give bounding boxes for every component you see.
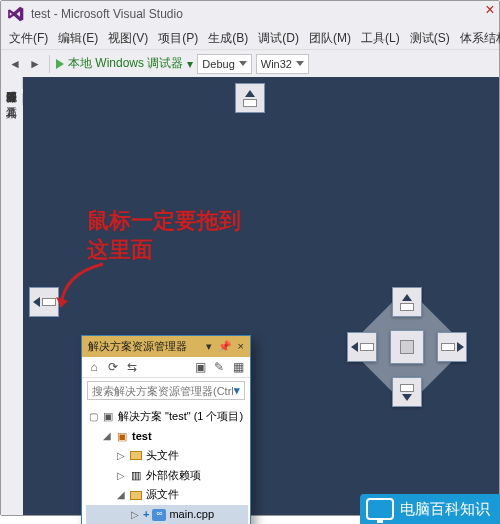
- project-icon: ▣: [115, 430, 129, 442]
- panel-dropdown-icon[interactable]: ▾: [206, 340, 212, 353]
- folder-headers-label: 头文件: [146, 447, 179, 465]
- folder-external-label: 外部依赖项: [146, 467, 201, 485]
- tree-folder-external[interactable]: ▷ ▥ 外部依赖项: [86, 466, 248, 486]
- play-icon: [56, 59, 64, 69]
- nav-back-icon[interactable]: ◄: [7, 56, 23, 72]
- run-button[interactable]: 本地 Windows 调试器 ▾: [56, 55, 193, 72]
- folder-sources-label: 源文件: [146, 486, 179, 504]
- vtab-server-explorer[interactable]: 服务器资源管理器: [1, 77, 23, 89]
- tree-file-main[interactable]: ▷ + ∞ main.cpp: [86, 505, 248, 524]
- arrow-down-icon: [402, 394, 412, 401]
- titlebar: test - Microsoft Visual Studio: [1, 1, 499, 27]
- solution-label: 解决方案 "test" (1 个项目): [118, 408, 243, 426]
- workspace: 服务器资源管理器 工具箱: [1, 77, 499, 515]
- arrow-right-icon: [457, 342, 464, 352]
- tree-folder-headers[interactable]: ▷ 头文件: [86, 446, 248, 466]
- arrow-up-icon: [402, 294, 412, 301]
- toolbar-separator: [49, 55, 50, 73]
- arrow-up-icon: [245, 90, 255, 97]
- menu-test[interactable]: 测试(S): [406, 28, 454, 49]
- solution-explorer-panel[interactable]: 解决方案资源管理器 ▾ 📌 × ⌂ ⟳ ⇆ ▣ ✎ ▦ ▾: [81, 335, 251, 524]
- menu-architecture[interactable]: 体系结构(C): [456, 28, 500, 49]
- run-label: 本地 Windows 调试器: [68, 55, 183, 72]
- dock-target-left[interactable]: [347, 332, 377, 362]
- annotation-text: 鼠标一定要拖到 这里面: [87, 207, 241, 264]
- window-title: test - Microsoft Visual Studio: [31, 7, 183, 21]
- expander-open-icon[interactable]: ◢: [102, 428, 112, 444]
- config-dropdown[interactable]: Debug: [197, 54, 251, 74]
- arrow-left-icon: [351, 342, 358, 352]
- dock-target-down[interactable]: [392, 377, 422, 407]
- folder-icon: [130, 451, 142, 460]
- menu-edit[interactable]: 编辑(E): [54, 28, 102, 49]
- show-all-icon[interactable]: ▦: [231, 360, 245, 374]
- collapse-icon[interactable]: ▣: [193, 360, 207, 374]
- toolbar: ◄ ► 本地 Windows 调试器 ▾ Debug Win32: [1, 49, 499, 77]
- refresh-icon[interactable]: ⟳: [106, 360, 120, 374]
- panel-search[interactable]: ▾: [87, 381, 245, 400]
- external-icon: ▥: [129, 470, 143, 482]
- expander-closed-icon[interactable]: ▷: [116, 448, 126, 464]
- nav-forward-icon[interactable]: ►: [27, 56, 43, 72]
- panel-toolbar: ⌂ ⟳ ⇆ ▣ ✎ ▦: [82, 357, 250, 378]
- dock-compass: [347, 287, 467, 407]
- chevron-down-icon: [296, 61, 304, 66]
- menu-project[interactable]: 项目(P): [154, 28, 202, 49]
- platform-selected: Win32: [261, 58, 292, 70]
- menu-team[interactable]: 团队(M): [305, 28, 355, 49]
- sync-icon[interactable]: ⇆: [125, 360, 139, 374]
- home-icon[interactable]: ⌂: [87, 360, 101, 374]
- panel-titlebar[interactable]: 解决方案资源管理器 ▾ 📌 ×: [82, 336, 250, 357]
- panel-close-icon[interactable]: ×: [238, 340, 244, 353]
- platform-dropdown[interactable]: Win32: [256, 54, 309, 74]
- expander-closed-icon[interactable]: ▷: [130, 507, 140, 523]
- tree-project-node[interactable]: ◢ ▣ test: [86, 427, 248, 447]
- dock-target-edge-top[interactable]: [235, 83, 265, 113]
- panel-search-input[interactable]: [92, 385, 234, 397]
- vertical-tab-strip: 服务器资源管理器 工具箱: [1, 77, 23, 515]
- dock-target-up[interactable]: [392, 287, 422, 317]
- menu-tools[interactable]: 工具(L): [357, 28, 404, 49]
- project-name: test: [132, 428, 152, 446]
- annotation-arrow-icon: [53, 259, 113, 319]
- expander-closed-icon[interactable]: ▷: [116, 468, 126, 484]
- menu-file[interactable]: 文件(F): [5, 28, 52, 49]
- tree-folder-sources[interactable]: ◢ 源文件: [86, 485, 248, 505]
- menu-build[interactable]: 生成(B): [204, 28, 252, 49]
- panel-pin-icon[interactable]: 📌: [218, 340, 232, 353]
- solution-tree: ▢ ▣ 解决方案 "test" (1 个项目) ◢ ▣ test ▷ 头文件 ▷…: [82, 403, 250, 524]
- folder-icon: [130, 491, 142, 500]
- brand-badge: 电脑百科知识: [360, 494, 500, 524]
- vtab-toolbox[interactable]: 工具箱: [1, 93, 23, 105]
- expander-icon[interactable]: ▢: [88, 409, 98, 425]
- panel-title-text: 解决方案资源管理器: [88, 339, 187, 354]
- annotation-line1: 鼠标一定要拖到: [87, 207, 241, 236]
- properties-icon[interactable]: ✎: [212, 360, 226, 374]
- menu-view[interactable]: 视图(V): [104, 28, 152, 49]
- dock-target-center[interactable]: [390, 330, 424, 364]
- solution-icon: ▣: [101, 411, 115, 423]
- config-selected: Debug: [202, 58, 234, 70]
- cpp-file-icon: ∞: [152, 509, 166, 521]
- search-expand-icon[interactable]: ▾: [234, 384, 240, 397]
- monitor-icon: [366, 498, 394, 520]
- menubar: 文件(F) 编辑(E) 视图(V) 项目(P) 生成(B) 调试(D) 团队(M…: [1, 27, 499, 49]
- file-main-label: main.cpp: [169, 506, 214, 524]
- expander-open-icon[interactable]: ◢: [116, 487, 126, 503]
- brand-text: 电脑百科知识: [400, 500, 490, 519]
- close-icon: ×: [481, 1, 499, 19]
- tree-solution-node[interactable]: ▢ ▣ 解决方案 "test" (1 个项目): [86, 407, 248, 427]
- vs-logo-icon: [7, 5, 25, 23]
- arrow-left-icon: [33, 297, 40, 307]
- dock-target-right[interactable]: [437, 332, 467, 362]
- menu-debug[interactable]: 调试(D): [254, 28, 303, 49]
- chevron-down-icon: [239, 61, 247, 66]
- expand-plus-icon[interactable]: +: [143, 506, 149, 524]
